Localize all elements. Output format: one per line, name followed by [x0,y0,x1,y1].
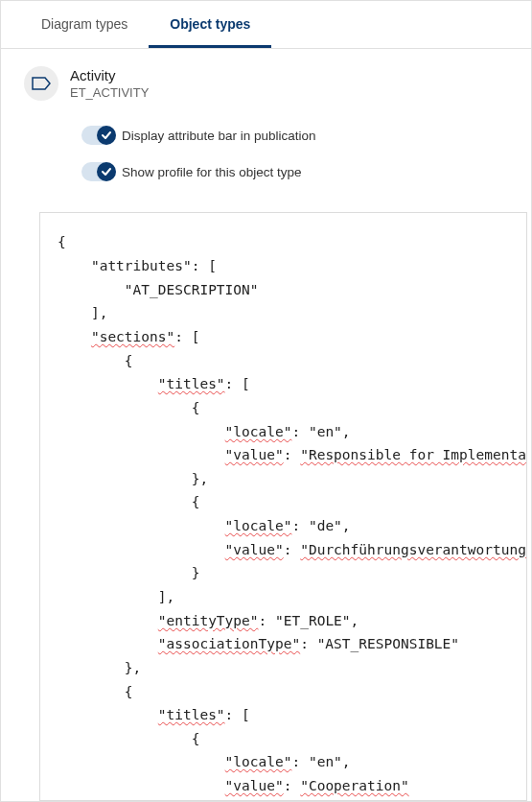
object-header: Activity ET_ACTIVITY [1,49,531,108]
toggle-area: Display attribute bar in publication Sho… [1,108,531,189]
check-icon [97,126,116,145]
toggle-row-profile: Show profile for this object type [81,162,508,181]
json-editor[interactable]: { "attributes": [ "AT_DESCRIPTION" ], "s… [39,212,527,801]
object-title-block: Activity ET_ACTIVITY [70,66,149,101]
tabs: Diagram types Object types [1,1,531,49]
toggle-attribute-bar[interactable] [81,126,116,145]
object-type-code: ET_ACTIVITY [70,85,149,102]
toggle-label-attribute-bar: Display attribute bar in publication [122,129,316,143]
toggle-row-attribute-bar: Display attribute bar in publication [81,126,508,145]
toggle-profile[interactable] [81,162,116,181]
panel: Diagram types Object types Activity ET_A… [0,0,532,802]
object-title: Activity [70,66,149,85]
check-icon [97,162,116,181]
toggle-label-profile: Show profile for this object type [122,165,302,179]
tab-diagram-types[interactable]: Diagram types [20,1,149,48]
tab-object-types[interactable]: Object types [149,1,271,48]
activity-icon [24,66,58,101]
